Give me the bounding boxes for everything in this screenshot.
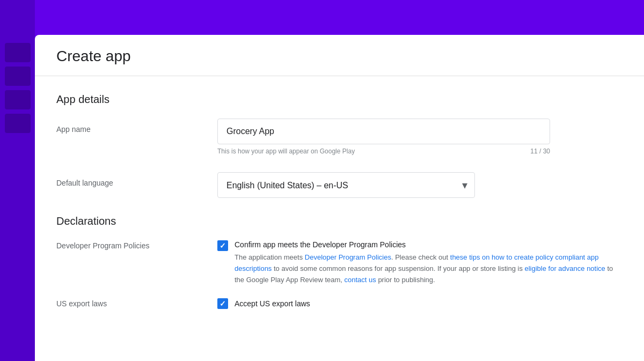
us-export-text: Accept US export laws [235,299,310,308]
developer-program-label: Developer Program Policies [56,240,217,250]
app-name-helper-text: This is how your app will appear on Goog… [217,148,355,155]
sidebar [0,0,35,361]
developer-program-link[interactable]: Developer Program Policies [305,253,391,261]
language-select[interactable]: English (United States) – en-US English … [217,172,475,198]
us-export-row: US export laws ✓ Accept US export laws [56,298,623,309]
declarations-title: Declarations [56,215,623,227]
app-details-section-title: App details [56,93,623,106]
app-name-row: App name This is how your app will appea… [56,119,623,155]
checkmark-icon: ✓ [219,242,226,249]
developer-program-content: ✓ Confirm app meets the Developer Progra… [217,240,623,285]
developer-program-row: Developer Program Policies ✓ Confirm app… [56,240,623,285]
sidebar-item-4[interactable] [5,114,31,133]
default-language-label: Default language [56,172,217,187]
declarations-section: Declarations Developer Program Policies … [56,215,623,309]
default-language-row: Default language English (United States)… [56,172,623,198]
advance-notice-link[interactable]: eligible for advance notice [525,264,605,272]
contact-us-link[interactable]: contact us [345,276,376,284]
sidebar-item-1[interactable] [5,43,31,62]
us-export-checkbox[interactable]: ✓ [217,298,228,309]
divider [35,76,644,76]
app-name-label: App name [56,119,217,134]
developer-program-desc: The application meets Developer Program … [235,252,623,285]
main-content: Create app App details App name This is … [35,35,644,361]
app-name-input[interactable] [217,119,550,144]
us-export-content: ✓ Accept US export laws [217,298,623,309]
developer-program-text: Confirm app meets the Developer Program … [235,240,623,285]
sidebar-item-2[interactable] [5,67,31,86]
app-name-field: This is how your app will appear on Goog… [217,119,623,155]
us-export-label: US export laws [56,298,217,308]
page-title: Create app [56,35,623,76]
app-name-helper: This is how your app will appear on Goog… [217,148,550,155]
app-name-char-count: 11 / 30 [530,148,550,155]
developer-program-main-text: Confirm app meets the Developer Program … [235,240,623,249]
sidebar-item-3[interactable] [5,90,31,109]
developer-program-checkbox[interactable]: ✓ [217,240,228,251]
language-select-wrapper: English (United States) – en-US English … [217,172,475,198]
us-export-checkmark-icon: ✓ [219,300,226,307]
default-language-field: English (United States) – en-US English … [217,172,623,198]
